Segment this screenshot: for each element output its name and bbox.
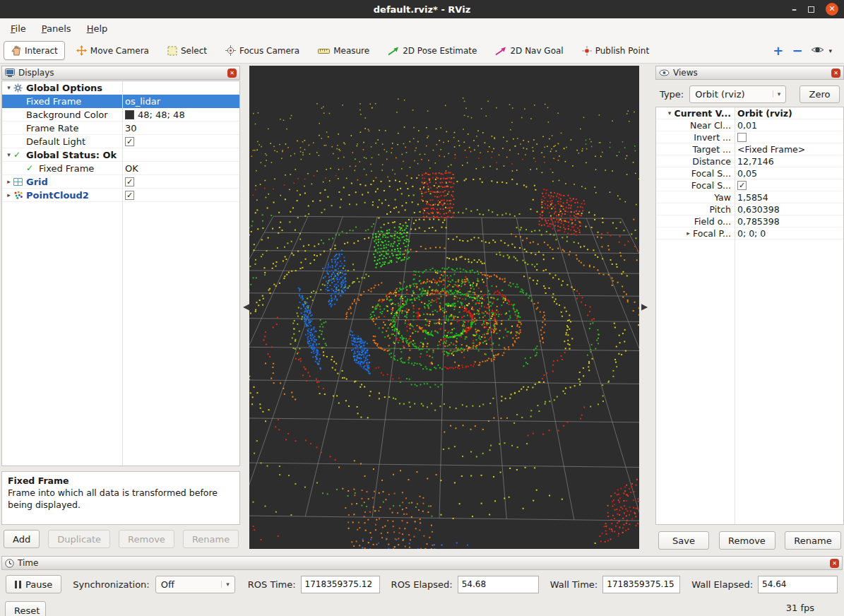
wall-time-field[interactable] [602, 576, 680, 593]
tool-move-camera-label: Move Camera [90, 46, 149, 56]
tool-measure[interactable]: Measure [311, 42, 376, 60]
view-property-row[interactable]: ▾Current V...Orbit (rviz) [656, 107, 843, 119]
checkbox-checked[interactable]: ✓ [125, 191, 134, 200]
property-label: Yaw [714, 192, 731, 203]
display-property-row[interactable]: ▸Grid✓ [2, 175, 239, 189]
view-property-row[interactable]: Focal S...0,05 [656, 167, 843, 179]
views-panel-header[interactable]: Views ✕ [655, 66, 844, 80]
time-panel-header[interactable]: Time ✕ [1, 556, 843, 570]
rename-display-button[interactable]: Rename [183, 530, 239, 548]
property-value[interactable]: 0,01 [737, 120, 757, 131]
remove-display-button[interactable]: Remove [119, 530, 174, 548]
add-display-button[interactable]: Add [4, 530, 40, 548]
add-tool-button[interactable]: + [773, 45, 783, 57]
tool-select[interactable]: Select [160, 42, 214, 60]
synchronization-select[interactable]: Off ▾ [155, 576, 235, 593]
checkbox-checked[interactable]: ✓ [125, 137, 134, 146]
cloud-icon [13, 191, 26, 199]
display-property-row[interactable]: Default Light✓ [2, 135, 239, 148]
tool-publish-point[interactable]: Publish Point [575, 42, 656, 60]
maximize-button[interactable] [808, 6, 814, 13]
tool-2d-pose-estimate[interactable]: 2D Pose Estimate [381, 42, 484, 60]
property-description: Fixed Frame Frame into which all data is… [1, 471, 240, 525]
menu-help[interactable]: Help [79, 20, 116, 37]
column-divider[interactable] [122, 81, 123, 466]
view-type-select[interactable]: Orbit (rviz) ▾ [689, 85, 786, 103]
eye-icon[interactable] [811, 45, 824, 57]
property-value[interactable]: 0,630398 [737, 204, 780, 215]
expander-closed-icon[interactable]: ▸ [4, 191, 13, 199]
render-viewport[interactable] [249, 66, 639, 549]
property-value[interactable]: <Fixed Frame> [737, 144, 805, 155]
checkbox-checked[interactable]: ✓ [737, 181, 747, 190]
close-button[interactable]: ✕ [826, 3, 838, 16]
displays-close-button[interactable]: ✕ [227, 69, 237, 78]
tool-interact[interactable]: Interact [4, 41, 65, 60]
display-property-row[interactable]: ▾✓Global Status: Ok [2, 148, 239, 162]
synchronization-value: Off [161, 579, 174, 590]
tool-move-camera[interactable]: Move Camera [69, 41, 156, 60]
nav-goal-arrow-icon [495, 46, 506, 56]
zero-button[interactable]: Zero [800, 85, 840, 103]
property-label: Field o... [694, 216, 731, 227]
ros-time-field[interactable] [301, 576, 380, 593]
view-property-row[interactable]: Target ...<Fixed Frame> [656, 143, 843, 155]
views-close-button[interactable]: ✕ [831, 69, 840, 78]
displays-panel-header[interactable]: Displays ✕ [1, 66, 240, 80]
property-value[interactable]: 1,5854 [737, 192, 768, 203]
view-property-row[interactable]: Distance12,7146 [656, 155, 843, 167]
property-value[interactable]: 12,7146 [737, 156, 774, 167]
expander-closed-icon[interactable]: ▸ [4, 178, 13, 185]
tool-focus-camera[interactable]: Focus Camera [218, 41, 307, 60]
view-property-row[interactable]: Focal S...✓ [656, 179, 843, 191]
minimize-button[interactable]: – [792, 0, 797, 18]
view-property-row[interactable]: ▸Focal P...0; 0; 0 [656, 227, 843, 239]
view-property-row[interactable]: Near Cl...0,01 [656, 119, 843, 131]
property-value[interactable]: 0; 0; 0 [737, 228, 766, 239]
save-view-button[interactable]: Save [658, 531, 709, 550]
property-value[interactable]: Orbit (rviz) [737, 108, 792, 119]
property-value[interactable]: 0,05 [737, 168, 757, 179]
expander-open-icon[interactable]: ▾ [665, 109, 674, 117]
view-property-row[interactable]: Yaw1,5854 [656, 191, 843, 203]
ros-elapsed-field[interactable] [458, 576, 539, 593]
display-property-row[interactable]: ✓Fixed FrameOK [2, 162, 239, 175]
property-value[interactable]: 48; 48; 48 [138, 109, 185, 120]
rename-view-button[interactable]: Rename [785, 531, 841, 550]
display-property-row[interactable]: ▾Global Options [2, 81, 239, 95]
display-property-row[interactable]: Background Color48; 48; 48 [2, 108, 239, 122]
view-property-row[interactable]: Invert ... [656, 131, 843, 143]
remove-tool-button[interactable]: − [792, 45, 802, 57]
display-property-row[interactable]: Frame Rate30 [2, 122, 239, 135]
wall-elapsed-field[interactable] [758, 576, 838, 593]
view-property-row[interactable]: Field o...0,785398 [656, 215, 843, 227]
splitter-collapse-right-icon[interactable]: ▶ [641, 302, 648, 312]
splitter-collapse-left-icon[interactable]: ◀ [243, 302, 249, 312]
3d-viewport-canvas[interactable] [249, 66, 639, 549]
checkbox-unchecked[interactable] [737, 133, 747, 142]
view-property-row[interactable]: Pitch0,630398 [656, 203, 843, 215]
duplicate-display-button[interactable]: Duplicate [48, 530, 110, 548]
time-close-button[interactable]: ✕ [830, 559, 839, 568]
checkbox-checked[interactable]: ✓ [125, 177, 134, 186]
display-property-row[interactable]: Fixed Frameos_lidar [2, 95, 239, 108]
property-value[interactable]: OK [125, 163, 138, 174]
expander-open-icon[interactable]: ▾ [4, 151, 13, 158]
displays-panel-title: Displays [18, 68, 227, 78]
column-divider[interactable] [735, 107, 735, 524]
display-property-row[interactable]: ▸PointCloud2✓ [2, 189, 239, 202]
chevron-down-icon[interactable]: ▾ [828, 47, 832, 54]
pause-button[interactable]: Pause [6, 575, 61, 593]
hand-icon [11, 45, 21, 56]
property-value[interactable]: os_lidar [125, 96, 160, 107]
menu-file[interactable]: File [3, 20, 34, 37]
tool-2d-nav-goal[interactable]: 2D Nav Goal [488, 42, 570, 60]
expander-closed-icon[interactable]: ▸ [684, 230, 693, 237]
reset-button[interactable]: Reset [5, 601, 46, 616]
menu-panels[interactable]: Panels [34, 20, 79, 37]
color-swatch[interactable] [125, 110, 134, 119]
property-value[interactable]: 30 [125, 123, 137, 134]
remove-view-button[interactable]: Remove [719, 531, 775, 550]
expander-open-icon[interactable]: ▾ [4, 84, 13, 91]
property-value[interactable]: 0,785398 [737, 216, 780, 227]
